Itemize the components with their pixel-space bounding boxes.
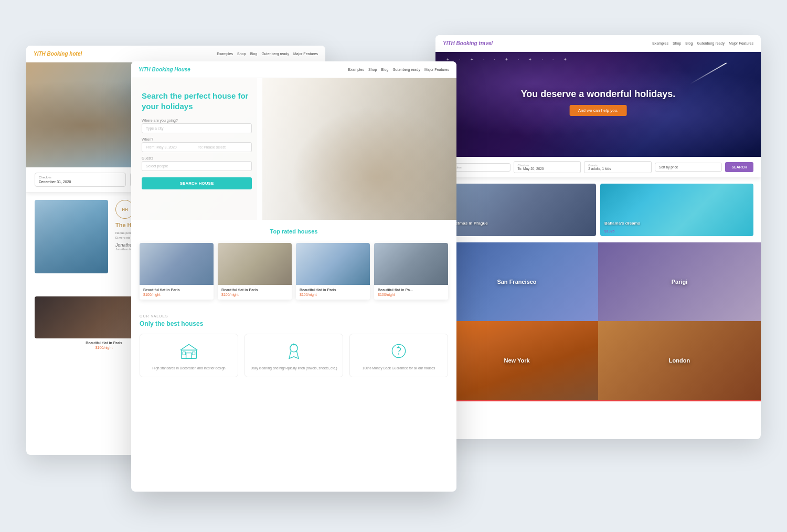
svg-rect-2 — [183, 352, 185, 355]
house-logo-text: YITH Booking — [139, 67, 173, 72]
travel-logo: YITH Booking travel — [443, 40, 493, 46]
house-prop-card-2[interactable]: Beautiful flat in Paris $100/night — [218, 243, 292, 300]
house-when-label: When? — [142, 137, 252, 141]
hotel-checkin-label: Check-in — [39, 176, 122, 179]
travel-checkin-field[interactable]: Check-in To: May 20, 2020 — [514, 161, 581, 173]
screenshot-house: YITH Booking House Examples Shop Blog Gu… — [131, 61, 456, 492]
house-guests-label: Guests — [142, 156, 252, 160]
travel-feat-price-2: $1326 — [604, 229, 614, 233]
house-where-input[interactable]: Type a city — [142, 123, 252, 133]
hotel-checkin-field[interactable]: Check-in December 31, 2020 — [35, 173, 126, 187]
svg-rect-1 — [186, 353, 192, 359]
house-prop-card-4[interactable]: Beautiful flat in Pa... $100/night — [374, 243, 448, 300]
travel-nav-gutenberg[interactable]: Gutenberg ready — [697, 41, 725, 45]
house-prop-title-3: Beautiful flat in Paris — [300, 288, 366, 292]
house-hero-form[interactable]: Search the perfect house for your holida… — [131, 78, 262, 220]
house-date-range[interactable]: From: May 3, 2020 To: Please select — [142, 142, 252, 152]
house-nav-examples[interactable]: Examples — [348, 68, 364, 71]
house-top-rated-title: Top rated houses — [131, 220, 456, 243]
house-value-text-3: 100% Money Back Guarantee for all our ho… — [354, 366, 443, 370]
house-nav-blog[interactable]: Blog — [381, 68, 388, 71]
hotel-header: YITH Booking hotel Examples Shop Blog Gu… — [26, 46, 325, 62]
travel-featured: Christmas in Prague $765 Bahama's dreams… — [435, 177, 761, 242]
travel-logo-accent: travel — [478, 40, 493, 46]
travel-city-newyork[interactable]: New York — [435, 321, 598, 400]
house-guests-input[interactable]: Select people — [142, 161, 252, 171]
travel-cities-grid: San Francisco Parigi New York London — [435, 242, 761, 400]
svg-rect-0 — [182, 350, 197, 358]
house-guests-field[interactable]: Guests Select people — [142, 156, 252, 171]
travel-checkin-value[interactable]: To: May 20, 2020 — [518, 167, 577, 171]
screenshots-container: YITH Booking hotel Examples Shop Blog Gu… — [26, 30, 761, 502]
travel-feat-image-prague — [443, 184, 596, 236]
house-where-field[interactable]: Where are you going? Type a city — [142, 119, 252, 133]
travel-city-sf-name: San Francisco — [497, 279, 536, 285]
house-to-input[interactable]: To: Please select — [198, 145, 248, 149]
travel-guests-field[interactable]: Guests 2 adults, 1 kids — [584, 161, 652, 173]
house-prop-image-1 — [140, 243, 214, 285]
house-prop-image-4 — [374, 243, 448, 285]
house-values-subtitle: OUR VALUES — [140, 314, 448, 318]
house-header: YITH Booking House Examples Shop Blog Gu… — [131, 61, 456, 78]
house-nav-shop[interactable]: Shop — [368, 68, 377, 71]
travel-city-london[interactable]: London — [598, 321, 761, 400]
house-form-title: Search the perfect house for your holida… — [142, 91, 252, 111]
hotel-nav: Examples Shop Blog Gutenberg ready Major… — [217, 52, 318, 56]
house-where-label: Where are you going? — [142, 119, 252, 122]
hotel-checkin-value: December 31, 2020 — [39, 180, 122, 184]
house-nav-features[interactable]: Major Features — [424, 68, 449, 71]
house-values-title: Only the best houses — [140, 320, 448, 327]
house-prop-card-3[interactable]: Beautiful flat in Paris $100/night — [296, 243, 370, 300]
house-nav-gutenberg[interactable]: Gutenberg ready — [392, 68, 420, 71]
travel-hero-heading: You deserve a wonderful holidays. — [521, 89, 676, 100]
travel-feat-title-2: Bahama's dreams — [604, 221, 640, 226]
travel-header: YITH Booking travel Examples Shop Blog G… — [435, 35, 761, 52]
house-hero-room-image — [257, 78, 456, 220]
house-when-field[interactable]: When? From: May 3, 2020 To: Please selec… — [142, 137, 252, 152]
house-search-button[interactable]: SEARCH HOUSE — [142, 177, 252, 189]
travel-nav-features[interactable]: Major Features — [729, 41, 753, 45]
house-value-item-3: 100% Money Back Guarantee for all our ho… — [349, 334, 448, 377]
house-value-text-1: High standards in Decoration and Interio… — [144, 366, 233, 370]
screenshot-travel: YITH Booking travel Examples Shop Blog G… — [435, 35, 761, 439]
house-properties-grid: Beautiful flat in Paris $100/night Beaut… — [131, 243, 456, 307]
travel-city-paris[interactable]: Parigi — [598, 242, 761, 321]
house-value-item-1: High standards in Decoration and Interio… — [140, 334, 238, 377]
travel-nav-shop[interactable]: Shop — [673, 41, 681, 45]
hotel-nav-shop[interactable]: Shop — [237, 52, 246, 56]
travel-hero-text: You deserve a wonderful holidays. And we… — [521, 89, 676, 120]
hotel-logo: YITH Booking hotel — [34, 51, 82, 57]
travel-hero-button[interactable]: And we can help you. — [570, 105, 627, 116]
house-prop-price-3: $100/night — [300, 293, 366, 296]
travel-nav-examples[interactable]: Examples — [652, 41, 668, 45]
house-prop-title-4: Beautiful flat in Pa... — [378, 288, 444, 292]
house-values-grid: High standards in Decoration and Interio… — [140, 334, 448, 377]
house-prop-price-1: $100/night — [143, 293, 210, 296]
house-prop-title-1: Beautiful flat in Paris — [143, 288, 210, 292]
house-prop-info-4: Beautiful flat in Pa... $100/night — [374, 285, 448, 300]
travel-feat-card-2[interactable]: Bahama's dreams $1326 — [600, 184, 753, 236]
travel-city-paris-name: Parigi — [672, 279, 688, 285]
travel-guests-value[interactable]: 2 adults, 1 kids — [588, 167, 647, 171]
house-prop-image-3 — [296, 243, 370, 285]
house-prop-card-1[interactable]: Beautiful flat in Paris $100/night — [140, 243, 214, 300]
house-nav: Examples Shop Blog Gutenberg ready Major… — [348, 68, 449, 71]
travel-search-bar[interactable]: Destination Check-in To: May 20, 2020 Gu… — [435, 157, 761, 177]
hotel-logo-text: YITH Booking — [34, 51, 68, 57]
travel-sort-value[interactable]: Sort by price — [659, 165, 718, 169]
house-from-input[interactable]: From: May 3, 2020 — [146, 145, 196, 149]
house-logo-accent: House — [174, 67, 190, 72]
travel-nav-blog[interactable]: Blog — [685, 41, 693, 45]
travel-search-button[interactable]: SEARCH — [725, 162, 753, 172]
house-decoration-icon — [178, 341, 199, 361]
house-prop-info-2: Beautiful flat in Paris $100/night — [218, 285, 292, 300]
hotel-nav-examples[interactable]: Examples — [217, 52, 233, 56]
hotel-nav-blog[interactable]: Blog — [250, 52, 257, 56]
travel-feat-card-1[interactable]: Christmas in Prague $765 — [443, 184, 596, 236]
house-prop-price-4: $100/night — [378, 293, 444, 296]
travel-city-sf[interactable]: San Francisco — [435, 242, 598, 321]
travel-city-newyork-name: New York — [504, 357, 529, 364]
hotel-nav-gutenberg[interactable]: Gutenberg ready — [261, 52, 289, 56]
travel-sort-field[interactable]: Sort by price — [655, 163, 722, 172]
hotel-nav-features[interactable]: Major Features — [293, 52, 318, 56]
